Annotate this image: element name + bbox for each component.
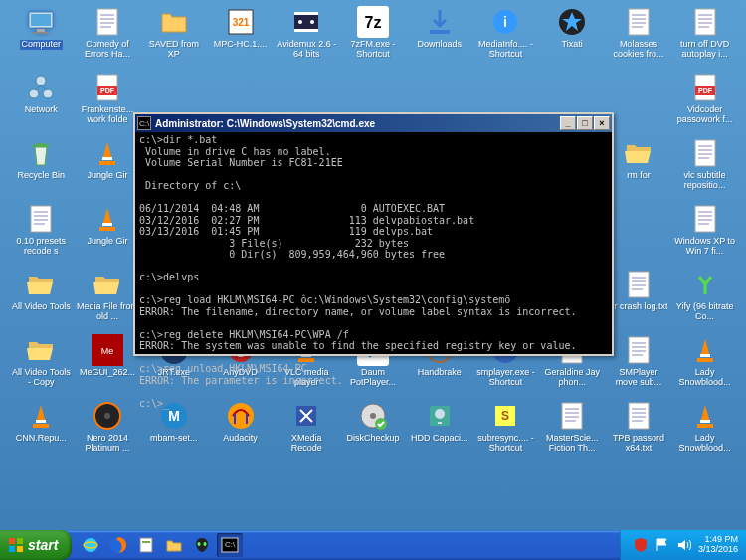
svg-text:PDF: PDF bbox=[100, 87, 115, 93]
flag-icon[interactable] bbox=[654, 537, 670, 553]
desktop-icon[interactable]: Tixati bbox=[539, 4, 606, 70]
icon-label: Molasses cookies fro... bbox=[608, 40, 669, 60]
svg-rect-13 bbox=[294, 29, 318, 32]
desktop-icon[interactable]: Lady Snowblood... bbox=[671, 332, 738, 398]
desktop-icon[interactable]: Computer bbox=[8, 4, 75, 70]
desktop-icon[interactable]: Media File from old ... bbox=[75, 267, 141, 332]
cmd-icon: C:\ bbox=[137, 116, 151, 130]
cmd-window[interactable]: C:\ Administrator: C:\Windows\System32\c… bbox=[133, 112, 614, 356]
maximize-button[interactable]: □ bbox=[577, 116, 593, 130]
desktop-icon[interactable]: er crash log.txt bbox=[606, 267, 672, 332]
desktop-icon[interactable]: Yify (96 bitrate Co... bbox=[671, 267, 738, 332]
text-icon bbox=[623, 400, 654, 432]
folder-open-icon bbox=[25, 269, 57, 300]
text-icon bbox=[689, 6, 721, 38]
icon-label: Computer bbox=[20, 40, 64, 50]
taskbar: start C:\ 1:49 PM 3/13/2016 bbox=[0, 530, 746, 560]
desktop-icon[interactable]: Recycle Bin bbox=[8, 135, 75, 201]
desktop-icon[interactable]: Molasses cookies fro... bbox=[606, 4, 672, 70]
desktop-icon[interactable]: Downloads bbox=[406, 4, 472, 70]
icon-label: HDD Capaci... bbox=[411, 434, 468, 444]
taskbar-item-cmd[interactable]: C:\ bbox=[217, 533, 243, 557]
desktop-icon[interactable]: All Video Tools bbox=[8, 267, 75, 332]
clock-date: 3/13/2016 bbox=[698, 545, 738, 555]
svg-point-15 bbox=[310, 20, 314, 24]
window-buttons: _ □ × bbox=[560, 116, 610, 130]
icon-label: Lady Snowblood... bbox=[674, 368, 736, 388]
title-bar[interactable]: C:\ Administrator: C:\Windows\System32\c… bbox=[135, 114, 612, 132]
text-icon bbox=[623, 6, 654, 38]
desktop-icon[interactable]: Avidemux 2.6 - 64 bits bbox=[274, 4, 340, 70]
desktop-icon[interactable]: Windows XP to Win 7 fi... bbox=[671, 201, 738, 267]
vlc-icon bbox=[25, 400, 57, 432]
icon-label: Avidemux 2.6 - 64 bits bbox=[276, 40, 337, 60]
desktop-icon[interactable]: 0.10 presets recode s bbox=[8, 201, 75, 267]
desktop-icon[interactable]: MeMeGUI_262... bbox=[75, 332, 141, 398]
svg-rect-58 bbox=[695, 206, 715, 232]
clock[interactable]: 1:49 PM 3/13/2016 bbox=[698, 535, 738, 555]
megui-icon: Me bbox=[92, 334, 123, 366]
svg-text:Me: Me bbox=[101, 346, 114, 356]
pdf-icon: PDF bbox=[689, 72, 721, 103]
icon-label: Audacity bbox=[223, 434, 258, 444]
svg-line-35 bbox=[35, 85, 41, 90]
desktop-icon[interactable]: SAVED from XP bbox=[140, 4, 207, 70]
desktop-icon[interactable]: Network bbox=[8, 70, 75, 135]
desktop-icon[interactable]: 321MPC-HC.1.... bbox=[207, 4, 274, 70]
icon-label: MeGUI_262... bbox=[80, 368, 135, 378]
text-icon bbox=[689, 203, 721, 235]
avidemux-icon bbox=[290, 6, 322, 38]
computer-icon bbox=[25, 6, 57, 38]
cmd-output: c:\>dir *.bat Volume in drive C has no l… bbox=[135, 132, 612, 411]
svg-rect-101 bbox=[246, 414, 248, 424]
desktop-icon[interactable]: PDFVidcoder passowork f... bbox=[671, 70, 738, 135]
svg-rect-18 bbox=[430, 30, 450, 34]
desktop-icon[interactable]: All Video Tools - Copy bbox=[8, 332, 75, 398]
svg-rect-93 bbox=[33, 424, 49, 428]
desktop-icon[interactable]: Jungle Gir bbox=[75, 135, 141, 201]
desktop-icon[interactable]: vlc subtitle repositio... bbox=[671, 135, 738, 201]
taskbar-item-explorer[interactable] bbox=[161, 533, 187, 557]
shield-icon[interactable] bbox=[633, 537, 649, 553]
text-icon bbox=[623, 269, 654, 300]
desktop-icon[interactable]: PDFFrankenste... work folde bbox=[75, 70, 141, 135]
close-button[interactable]: × bbox=[594, 116, 610, 130]
desktop-icon[interactable]: rm for bbox=[606, 135, 672, 201]
speaker-icon[interactable] bbox=[676, 537, 692, 553]
svg-rect-44 bbox=[102, 157, 112, 160]
system-tray[interactable]: 1:49 PM 3/13/2016 bbox=[620, 530, 746, 560]
desktop-icon[interactable]: TPB passord x64.txt bbox=[606, 398, 672, 464]
desktop-icon[interactable]: Jungle Gir bbox=[75, 201, 141, 267]
network-icon bbox=[25, 72, 57, 103]
taskbar-item-ie[interactable] bbox=[78, 533, 103, 557]
desktop-icon[interactable]: 7z7zFM.exe - Shortcut bbox=[340, 4, 407, 70]
svg-rect-22 bbox=[629, 9, 649, 35]
svg-rect-121 bbox=[700, 420, 710, 423]
desktop-icon[interactable]: Comedy of Errors Ha... bbox=[75, 4, 141, 70]
svg-line-36 bbox=[41, 85, 47, 90]
desktop-icon[interactable]: CNN.Repu... bbox=[8, 398, 75, 464]
icon-label: Downloads bbox=[417, 40, 462, 50]
icon-label: MediaInfo.... - Shortcut bbox=[474, 40, 536, 60]
desktop-icon[interactable]: Lady Snowblood... bbox=[671, 398, 738, 464]
desktop-icon[interactable]: Nero 2014 Platinum ... bbox=[75, 398, 141, 464]
taskbar-item-alien[interactable] bbox=[189, 533, 215, 557]
taskbar-item-firefox[interactable] bbox=[105, 533, 131, 557]
svg-rect-108 bbox=[438, 422, 442, 424]
desktop-icon[interactable]: SMPlayer move sub... bbox=[606, 332, 672, 398]
mpc-icon: 321 bbox=[225, 6, 257, 38]
svg-text:321: 321 bbox=[232, 17, 249, 28]
desktop-icon[interactable]: turn off DVD autoplay i... bbox=[671, 4, 738, 70]
icon-label: All Video Tools bbox=[12, 302, 71, 312]
desktop-icon[interactable]: iMediaInfo.... - Shortcut bbox=[472, 4, 539, 70]
minimize-button[interactable]: _ bbox=[560, 116, 576, 130]
icon-label: rm for bbox=[627, 171, 651, 181]
folder-open-icon bbox=[25, 334, 57, 366]
window-title: Administrator: C:\Windows\System32\cmd.e… bbox=[155, 118, 560, 129]
start-button[interactable]: start bbox=[0, 530, 72, 560]
svg-rect-51 bbox=[31, 206, 51, 232]
text-icon bbox=[92, 6, 123, 38]
windows-logo-icon bbox=[8, 537, 24, 553]
taskbar-item-libre[interactable] bbox=[133, 533, 159, 557]
icon-label: MPC-HC.1.... bbox=[214, 40, 268, 50]
